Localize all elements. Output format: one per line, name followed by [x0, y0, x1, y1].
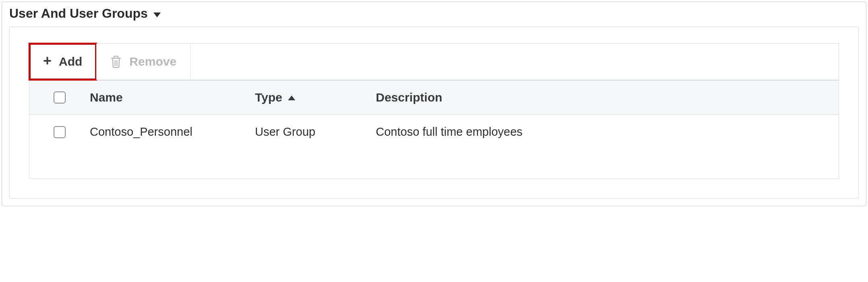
- column-header-description-label: Description: [376, 91, 442, 104]
- table-header-row: Name Type Description: [29, 80, 839, 115]
- column-header-type-label: Type: [255, 91, 282, 104]
- row-description-cell: Contoso full time employees: [376, 125, 839, 139]
- row-type-cell: User Group: [255, 125, 376, 139]
- select-all-cell: [29, 91, 90, 104]
- toolbar: + Add Remove: [29, 43, 839, 80]
- row-name-cell: Contoso_Personnel: [90, 125, 255, 139]
- caret-down-icon: [153, 12, 161, 17]
- user-and-user-groups-panel: User And User Groups + Add Remov: [2, 2, 866, 206]
- remove-button[interactable]: Remove: [96, 44, 191, 80]
- remove-button-label: Remove: [129, 55, 176, 68]
- panel-body: + Add Remove: [9, 27, 859, 199]
- row-checkbox[interactable]: [54, 126, 66, 138]
- table-empty-space: [29, 149, 839, 178]
- user-groups-table: Name Type Description Contoso_Personnel …: [29, 80, 839, 179]
- row-select-cell: [29, 126, 90, 138]
- panel-title: User And User Groups: [9, 6, 148, 21]
- toolbar-spacer: [191, 44, 839, 80]
- add-button-label: Add: [59, 55, 82, 68]
- table-row[interactable]: Contoso_Personnel User Group Contoso ful…: [29, 115, 839, 149]
- select-all-checkbox[interactable]: [54, 91, 66, 104]
- sort-ascending-icon: [288, 95, 295, 100]
- column-header-name[interactable]: Name: [90, 91, 255, 104]
- plus-icon: +: [43, 54, 52, 68]
- column-header-type[interactable]: Type: [255, 91, 376, 104]
- column-header-description[interactable]: Description: [376, 91, 839, 104]
- add-button[interactable]: + Add: [29, 44, 96, 80]
- trash-icon: [110, 55, 122, 68]
- panel-header[interactable]: User And User Groups: [2, 2, 866, 27]
- column-header-name-label: Name: [90, 91, 123, 104]
